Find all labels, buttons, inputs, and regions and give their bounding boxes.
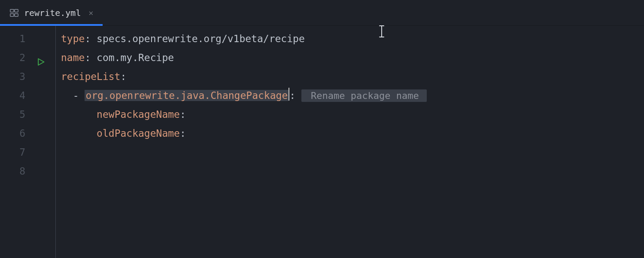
run-gutter-icon[interactable] <box>36 53 45 62</box>
line-number[interactable]: 3 <box>0 67 55 86</box>
yaml-colon: : <box>120 71 126 82</box>
line-number[interactable]: 6 <box>0 124 55 143</box>
code-line[interactable]: recipeList: <box>61 67 644 86</box>
yaml-colon: : <box>289 90 295 101</box>
yaml-colon: : <box>180 128 186 139</box>
yaml-key: oldPackageName <box>97 128 180 139</box>
tabbar: rewrite.yml ✕ <box>0 0 644 26</box>
yaml-colon: : <box>85 33 97 44</box>
close-icon[interactable]: ✕ <box>88 8 93 17</box>
line-number[interactable]: 4 <box>0 86 55 105</box>
editor-gutter: 1 2 3 4 5 6 7 8 <box>0 26 56 258</box>
line-number[interactable]: 5 <box>0 105 55 124</box>
tab-filename: rewrite.yml <box>24 8 81 18</box>
svg-rect-0 <box>10 9 14 12</box>
yaml-key: recipeList <box>61 71 120 82</box>
yaml-colon: : <box>85 52 97 63</box>
yaml-key: name <box>61 52 85 63</box>
line-number[interactable]: 8 <box>0 162 55 181</box>
code-line[interactable] <box>61 143 644 162</box>
code-line[interactable] <box>61 162 644 181</box>
yaml-dash: - <box>73 90 79 101</box>
svg-rect-2 <box>10 13 14 16</box>
svg-marker-4 <box>38 59 44 65</box>
line-number[interactable]: 2 <box>0 48 55 67</box>
inline-hint: Rename package name <box>301 89 427 102</box>
svg-rect-3 <box>15 13 18 16</box>
code-line[interactable]: oldPackageName: <box>61 124 644 143</box>
selected-recipe-name: org.openrewrite.java.ChangePackage <box>85 90 289 101</box>
code-line[interactable]: newPackageName: <box>61 105 644 124</box>
svg-rect-1 <box>15 9 18 12</box>
yaml-value: specs.openrewrite.org/v1beta/recipe <box>97 33 305 44</box>
code-line[interactable]: - org.openrewrite.java.ChangePackage:Ren… <box>61 86 644 105</box>
code-line[interactable]: name: com.my.Recipe <box>61 48 644 67</box>
yaml-colon: : <box>180 109 186 120</box>
code-line[interactable]: type: specs.openrewrite.org/v1beta/recip… <box>61 29 644 48</box>
yaml-value: com.my.Recipe <box>97 52 174 63</box>
tab-rewrite-yml[interactable]: rewrite.yml ✕ <box>0 0 103 25</box>
yaml-key: type <box>61 33 85 44</box>
editor: 1 2 3 4 5 6 7 8 type: specs.openrewrite.… <box>0 26 644 258</box>
yaml-file-icon <box>9 8 19 18</box>
line-number[interactable]: 7 <box>0 143 55 162</box>
yaml-key: newPackageName <box>97 109 180 120</box>
editor-content[interactable]: type: specs.openrewrite.org/v1beta/recip… <box>56 26 644 258</box>
line-number[interactable]: 1 <box>0 29 55 48</box>
